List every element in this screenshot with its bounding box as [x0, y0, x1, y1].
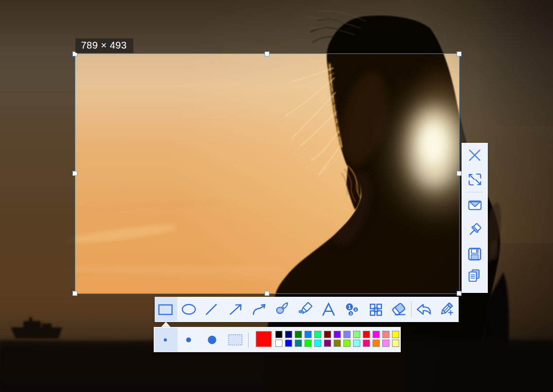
svg-text:2: 2 [355, 307, 357, 311]
svg-text:1: 1 [348, 304, 351, 309]
svg-text:3: 3 [350, 311, 352, 315]
